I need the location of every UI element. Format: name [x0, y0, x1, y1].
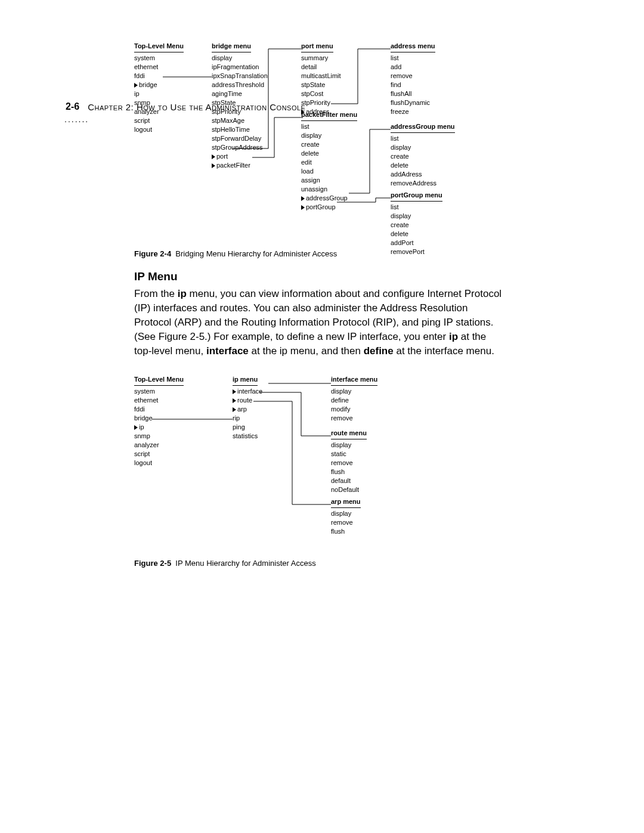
portgroup-menu-col: portGroup menu listdisplaycreatedeletead…: [391, 191, 468, 256]
menu-item: flushAll: [391, 89, 462, 98]
menu-item: delete: [391, 230, 468, 239]
menu-item: create: [391, 221, 468, 230]
menu-item: ipxSnapTranslation: [212, 72, 289, 80]
menu-item: find: [391, 80, 462, 89]
menu-item: stpPriority: [301, 98, 373, 107]
menu-item: ip: [134, 89, 200, 98]
menu-item: rip: [233, 414, 298, 423]
submenu-arrow-icon: [212, 163, 215, 168]
menu-item: bridge: [134, 414, 200, 423]
menu-item: noDefault: [331, 485, 402, 494]
menu-item: create: [391, 152, 468, 161]
menu-item: analyzer: [134, 107, 200, 116]
port-menu-col: port menu summarydetailmulticastLimitstp…: [301, 42, 373, 116]
menu-item: stpGroupAddress: [212, 143, 289, 152]
route-menu-col: route menu displaystaticremoveflushdefau…: [331, 429, 402, 494]
menu-item: flush: [331, 467, 402, 476]
menu-item: addressGroup: [301, 194, 379, 203]
ip-menu-paragraph: From the ip menu, you can view informati…: [134, 287, 504, 358]
menu-item: script: [134, 116, 200, 125]
menu-item: stpState: [301, 80, 373, 89]
menu-item: addressThreshold: [212, 80, 289, 89]
menu-item: static: [331, 450, 402, 459]
submenu-arrow-icon: [134, 83, 138, 88]
menu-item: snmp: [134, 98, 200, 107]
menu-item: flush: [331, 527, 402, 536]
addressgroup-menu-col: addressGroup menu listdisplaycreatedelet…: [391, 122, 468, 188]
menu-item: fddi: [134, 405, 200, 414]
decorative-dots: ·······: [64, 116, 89, 126]
menu-item: display: [391, 212, 468, 221]
menu-item: assign: [301, 176, 379, 185]
submenu-arrow-icon: [233, 389, 236, 394]
menu-item: statistics: [233, 432, 298, 441]
figure-2-4: Top-Level Menu systemethernetfddibridgei…: [134, 42, 504, 244]
menu-item: delete: [391, 161, 468, 170]
submenu-arrow-icon: [233, 407, 236, 412]
menu-item: display: [331, 509, 402, 518]
menu-item: arp: [233, 405, 298, 414]
menu-item: stpPriority: [212, 107, 289, 116]
menu-item: display: [212, 54, 289, 63]
arp-menu-col: arp menu displayremoveflush: [331, 497, 402, 536]
menu-item: default: [331, 476, 402, 485]
top-level-menu-col: Top-Level Menu systemethernetfddibridgei…: [134, 42, 200, 134]
packetfilter-menu-col: packetFilter menu listdisplaycreatedelet…: [301, 110, 379, 212]
ip-menu-col: ip menu interfaceroutearprippingstatisti…: [233, 375, 298, 441]
menu-item: summary: [301, 54, 373, 63]
menu-item: stpState: [212, 98, 289, 107]
menu-item: edit: [301, 158, 379, 167]
top-level-menu-col-2: Top-Level Menu systemethernetfddibridgei…: [134, 375, 200, 467]
menu-item: stpForwardDelay: [212, 134, 289, 143]
menu-item: fddi: [134, 72, 200, 80]
menu-item: stpCost: [301, 89, 373, 98]
menu-item: removeAddress: [391, 179, 468, 188]
menu-item: load: [301, 167, 379, 176]
menu-item: agingTime: [212, 89, 289, 98]
menu-item: freeze: [391, 107, 462, 116]
menu-item: display: [331, 441, 402, 450]
menu-item: script: [134, 450, 200, 459]
menu-item: remove: [331, 414, 402, 423]
menu-item: logout: [134, 459, 200, 467]
page-number: 2-6: [66, 101, 79, 112]
menu-item: display: [331, 387, 402, 396]
menu-item: logout: [134, 125, 200, 134]
col-title: Top-Level Menu: [134, 42, 184, 52]
menu-item: display: [391, 143, 468, 152]
menu-item: system: [134, 54, 200, 63]
submenu-arrow-icon: [134, 425, 138, 430]
menu-item: ping: [233, 423, 298, 432]
menu-item: analyzer: [134, 441, 200, 450]
menu-item: snmp: [134, 432, 200, 441]
menu-item: define: [331, 396, 402, 405]
menu-item: ethernet: [134, 396, 200, 405]
menu-item: display: [301, 131, 379, 140]
ip-menu-heading: IP Menu: [134, 270, 504, 283]
address-menu-col: address menu listaddremovefindflushAllfl…: [391, 42, 462, 116]
menu-item: add: [391, 63, 462, 72]
menu-item: packetFilter: [212, 161, 289, 170]
menu-item: detail: [301, 63, 373, 72]
figure-2-5-caption: Figure 2-5 IP Menu Hierarchy for Adminis…: [134, 559, 504, 568]
submenu-arrow-icon: [233, 398, 236, 403]
menu-item: unassign: [301, 185, 379, 194]
menu-item: remove: [331, 518, 402, 527]
menu-item: interface: [233, 387, 298, 396]
figure-2-5: Top-Level Menu systemethernetfddibridgei…: [134, 375, 504, 554]
menu-item: list: [301, 122, 379, 131]
menu-item: addPort: [391, 239, 468, 247]
interface-menu-col: interface menu displaydefinemodifyremove: [331, 375, 402, 423]
menu-item: system: [134, 387, 200, 396]
menu-item: flushDynamic: [391, 98, 462, 107]
menu-item: ipFragmentation: [212, 63, 289, 72]
menu-item: multicastLimit: [301, 72, 373, 80]
menu-item: list: [391, 54, 462, 63]
menu-item: stpHelloTime: [212, 125, 289, 134]
menu-item: addAdress: [391, 170, 468, 179]
bridge-menu-col: bridge menu displayipFragmentationipxSna…: [212, 42, 289, 170]
menu-item: remove: [391, 72, 462, 80]
menu-item: delete: [301, 149, 379, 158]
menu-item: list: [391, 203, 468, 212]
menu-item: bridge: [134, 80, 200, 89]
